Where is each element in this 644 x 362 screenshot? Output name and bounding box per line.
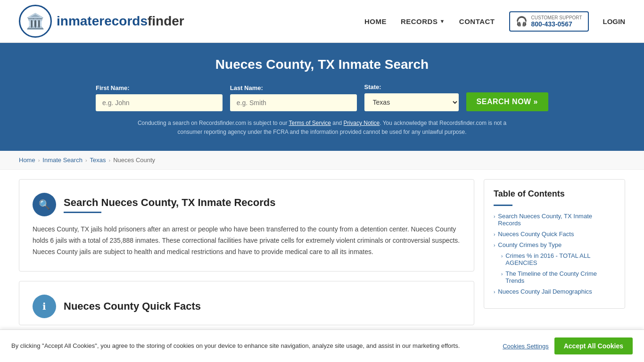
toc-link-5[interactable]: › The Timeline of the County Crime Trend… [501, 270, 615, 284]
toc-link-2[interactable]: › Nueces County Quick Facts [494, 230, 615, 238]
state-select[interactable]: AlabamaAlaskaArizonaArkansasCaliforniaCo… [364, 93, 459, 111]
inmate-records-card: 🔍 Search Nueces County, TX Inmate Record… [19, 179, 474, 271]
breadcrumb: Home › Inmate Search › Texas › Nueces Co… [0, 151, 644, 170]
breadcrumb-home[interactable]: Home [19, 156, 35, 164]
toc-link-6[interactable]: › Nueces County Jail Demographics [494, 288, 615, 295]
toc-item-5: › The Timeline of the County Crime Trend… [494, 270, 615, 284]
quick-facts-header: ℹ Nueces County Quick Facts [33, 295, 461, 318]
toc-title: Table of Contents [494, 189, 615, 199]
chevron-icon-1: › [494, 214, 495, 219]
hero-title: Nueces County, TX Inmate Search [19, 57, 625, 72]
headset-icon: 🎧 [516, 16, 528, 27]
breadcrumb-sep-2: › [85, 157, 87, 163]
tos-link[interactable]: Terms of Service [289, 120, 331, 126]
first-name-label: First Name: [96, 84, 223, 91]
quick-facts-icon-circle: ℹ [33, 295, 56, 318]
site-header: 🏛️ inmaterecordsfinder HOME RECORDS ▼ CO… [0, 0, 644, 43]
chevron-icon-4: › [501, 254, 503, 259]
toc-item-4: › Crimes % in 2016 - TOTAL ALL AGENCIES [494, 252, 615, 266]
customer-support-box: 🎧 CUSTOMER SUPPORT 800-433-0567 [509, 11, 589, 32]
toc-list: › Search Nueces County, TX Inmate Record… [494, 213, 615, 295]
card-title-wrapper: Search Nueces County, TX Inmate Records [64, 197, 276, 213]
quick-facts-title: Nueces County Quick Facts [64, 300, 201, 313]
state-group: State: AlabamaAlaskaArizonaArkansasCalif… [364, 83, 459, 111]
card-header-1: 🔍 Search Nueces County, TX Inmate Record… [33, 193, 461, 216]
toc-item-6: › Nueces County Jail Demographics [494, 288, 615, 295]
magnifier-icon: 🔍 [39, 199, 50, 210]
toc-link-1[interactable]: › Search Nueces County, TX Inmate Record… [494, 213, 615, 227]
title-underline-1 [64, 212, 101, 213]
sidebar: Table of Contents › Search Nueces County… [484, 179, 625, 334]
first-name-input[interactable] [96, 94, 223, 111]
logo-area: 🏛️ inmaterecordsfinder [19, 5, 184, 38]
breadcrumb-texas[interactable]: Texas [90, 156, 106, 164]
toc-card: Table of Contents › Search Nueces County… [484, 179, 625, 309]
breadcrumb-sep-3: › [109, 157, 111, 163]
toc-item-3: › County Crimes by Type [494, 241, 615, 248]
content-area: 🔍 Search Nueces County, TX Inmate Record… [19, 179, 474, 334]
last-name-input[interactable] [230, 94, 357, 111]
chevron-icon-5: › [501, 272, 503, 277]
nav-login[interactable]: LOGIN [603, 17, 626, 25]
breadcrumb-current: Nueces County [113, 156, 155, 164]
hero-section: Nueces County, TX Inmate Search First Na… [0, 43, 644, 151]
chevron-icon-3: › [494, 243, 495, 248]
info-icon: ℹ [42, 301, 46, 312]
quick-facts-title-wrapper: Nueces County Quick Facts [64, 300, 201, 313]
breadcrumb-inmate-search[interactable]: Inmate Search [42, 156, 83, 164]
cookie-banner: By clicking "Accept All Cookies", you ag… [0, 329, 644, 344]
toc-item-1: › Search Nueces County, TX Inmate Record… [494, 213, 615, 227]
toc-item-2: › Nueces County Quick Facts [494, 230, 615, 238]
search-form: First Name: Last Name: State: AlabamaAla… [96, 83, 548, 111]
breadcrumb-sep-1: › [38, 157, 40, 163]
card-body-1: Nueces County, TX jails hold prisoners a… [33, 224, 461, 257]
support-text: CUSTOMER SUPPORT 800-433-0567 [531, 15, 582, 28]
last-name-label: Last Name: [230, 84, 357, 91]
disclaimer-text: Conducting a search on Recordsfinder.com… [133, 119, 511, 137]
cookie-text: By clicking "Accept All Cookies", you ag… [11, 341, 493, 344]
toc-link-3[interactable]: › County Crimes by Type [494, 241, 615, 248]
logo-text: inmaterecordsfinder [57, 14, 184, 29]
first-name-group: First Name: [96, 84, 223, 111]
card-title-1: Search Nueces County, TX Inmate Records [64, 197, 276, 209]
logo-icon: 🏛️ [19, 5, 52, 38]
privacy-link[interactable]: Privacy Notice [344, 120, 380, 126]
last-name-group: Last Name: [230, 84, 357, 111]
search-circle-icon: 🔍 [33, 193, 56, 216]
chevron-icon-2: › [494, 232, 495, 237]
search-button[interactable]: SEARCH NOW » [466, 92, 548, 111]
nav-contact[interactable]: CONTACT [459, 17, 495, 25]
nav-records[interactable]: RECORDS ▼ [401, 17, 445, 25]
cookie-actions: Cookies Settings Accept All Cookies [503, 337, 633, 344]
cookies-settings-button[interactable]: Cookies Settings [503, 339, 549, 344]
toc-link-4[interactable]: › Crimes % in 2016 - TOTAL ALL AGENCIES [501, 252, 615, 266]
toc-divider [494, 205, 512, 206]
state-label: State: [364, 83, 459, 90]
chevron-icon-6: › [494, 289, 495, 295]
main-nav: HOME RECORDS ▼ CONTACT 🎧 CUSTOMER SUPPOR… [364, 11, 625, 32]
quick-facts-card: ℹ Nueces County Quick Facts [19, 281, 474, 325]
nav-home[interactable]: HOME [364, 17, 387, 25]
accept-all-cookies-button[interactable]: Accept All Cookies [554, 337, 633, 344]
main-content: 🔍 Search Nueces County, TX Inmate Record… [0, 170, 644, 344]
chevron-down-icon: ▼ [439, 18, 445, 24]
